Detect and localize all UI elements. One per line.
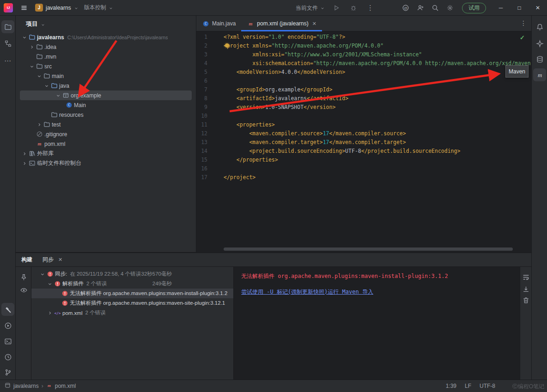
code-line[interactable]: 7 <groupId>org.example</groupId> (196, 86, 531, 95)
maven-tool-window-label[interactable]: Maven (505, 65, 529, 78)
maximize-button[interactable]: □ (510, 0, 529, 16)
project-tree-item[interactable]: CMain (16, 100, 196, 110)
search-everywhere-icon[interactable] (430, 2, 441, 13)
chevron-down-icon[interactable] (55, 92, 61, 99)
build-tree-item[interactable]: 解析插件2 个错误249毫秒 (31, 279, 233, 289)
maven-reimport-link[interactable]: 尝试使用 -U 标记(强制更新快照)运行 Maven 导入 (241, 288, 373, 296)
build-tool-icon[interactable] (1, 303, 14, 316)
pin-icon[interactable] (17, 271, 30, 283)
clear-all-trash-icon[interactable] (520, 294, 532, 307)
run-configuration-widget[interactable]: 当前文件 (296, 4, 325, 12)
code-line[interactable]: 10 (196, 113, 531, 121)
project-tree-item[interactable]: .gitignore (16, 129, 196, 139)
build-tree-item[interactable]: 无法解析插件 org.apache.maven.plugins:maven-si… (31, 298, 233, 308)
run-tool-icon[interactable] (1, 319, 14, 332)
project-tree-item[interactable]: test (16, 120, 196, 129)
code-line[interactable]: 4 xsi:schemaLocation="http://maven.apach… (196, 60, 531, 69)
chevron-down-icon[interactable] (21, 34, 28, 41)
chevron-right-icon[interactable] (21, 160, 28, 167)
chevron-right-icon[interactable] (29, 44, 35, 50)
vcs-widget[interactable]: 版本控制 (84, 4, 113, 12)
debug-button[interactable] (348, 2, 359, 13)
tab-close-icon[interactable]: ✕ (311, 21, 316, 27)
database-tool-icon[interactable] (533, 53, 546, 66)
project-tool-icon[interactable] (1, 20, 14, 33)
main-menu-button[interactable] (18, 2, 30, 13)
minimize-button[interactable]: ─ (492, 0, 510, 16)
code-line[interactable]: 17</project> (196, 174, 531, 183)
breadcrumb-project[interactable]: javalearns (13, 383, 39, 389)
project-tree-item[interactable]: resources (16, 110, 196, 120)
chevron-right-icon[interactable] (21, 151, 28, 157)
line-separator[interactable]: LF (465, 383, 471, 389)
project-widget[interactable]: J javalearns (35, 4, 79, 12)
chevron-down-icon[interactable] (36, 73, 43, 79)
build-tree-item[interactable]: 同步:在 2025/11/19 22:58, 4 个错误32秒570毫秒 (31, 269, 233, 279)
build-tree-item[interactable]: 无法解析插件 org.apache.maven.plugins:maven-in… (31, 289, 233, 298)
code-line[interactable]: 9 <version>1.0-SNAPSHOT</version> (196, 104, 531, 113)
chevron-down-icon[interactable] (29, 63, 35, 70)
chevron-right-icon[interactable] (36, 121, 43, 128)
chevron-down-icon[interactable] (39, 271, 46, 277)
trial-button[interactable]: 试用 (462, 3, 486, 13)
line-number: 6 (196, 78, 212, 86)
more-actions-button[interactable]: ⋮ (365, 2, 376, 13)
tab-close-icon[interactable]: ✕ (57, 257, 62, 263)
project-tree-item[interactable]: javalearnsC:\Users\Administrator\IdeaPro… (16, 32, 196, 42)
code-with-me-icon[interactable] (415, 2, 426, 13)
project-tree-item[interactable]: java (16, 81, 196, 90)
project-tree-item[interactable]: mpom.xml (16, 139, 196, 149)
chevron-down-icon[interactable] (43, 83, 50, 89)
code-line[interactable]: 1<?xml version="1.0" encoding="UTF-8"?> (196, 34, 531, 42)
project-tree-item[interactable]: org.example (20, 90, 192, 100)
chevron-down-icon[interactable] (41, 22, 45, 26)
tab-main-java[interactable]: C Main.java (196, 16, 241, 31)
code-line[interactable]: 5 <modelVersion>4.0.0</modelVersion> (196, 69, 531, 78)
code-line[interactable]: 3 xmlns:xsi="http://www.w3.org/2001/XMLS… (196, 51, 531, 60)
project-tree-item[interactable]: main (16, 71, 196, 81)
intention-bulb-icon[interactable] (225, 43, 229, 48)
project-tree-item[interactable]: src (16, 61, 196, 71)
code-line[interactable]: 15 </properties> (196, 157, 531, 165)
ai-assistant-icon[interactable]: @ (400, 2, 411, 13)
run-button[interactable] (331, 2, 342, 13)
structure-tool-icon[interactable] (1, 37, 14, 50)
filter-eye-icon[interactable] (17, 283, 30, 296)
soft-wrap-icon[interactable] (520, 271, 532, 283)
project-tree-item[interactable]: .idea (16, 42, 196, 52)
code-line[interactable]: 14 <project.build.sourceEncoding>UTF-8</… (196, 148, 531, 157)
project-tree-item[interactable]: 临时文件和控制台 (16, 158, 196, 168)
maven-tool-icon[interactable]: m (533, 68, 546, 81)
tab-options-icon[interactable]: ⋮ (520, 19, 527, 27)
tree-item-label: 外部库 (36, 150, 54, 157)
more-tools-icon[interactable]: ⋯ (1, 54, 14, 67)
code-area[interactable]: 1<?xml version="1.0" encoding="UTF-8"?>2… (196, 31, 531, 253)
file-encoding[interactable]: UTF-8 (480, 383, 495, 389)
profiler-tool-icon[interactable] (1, 350, 14, 363)
chevron-down-icon[interactable] (47, 281, 53, 287)
terminal-tool-icon[interactable] (1, 335, 14, 348)
code-line[interactable]: 12 <maven.compiler.source>17</maven.comp… (196, 130, 531, 139)
horizontal-scrollbar[interactable] (224, 247, 513, 251)
code-line[interactable]: 6 (196, 78, 531, 86)
settings-gear-icon[interactable] (444, 2, 456, 13)
code-line[interactable]: 8 <artifactId>javalearns</artifactId> (196, 95, 531, 104)
code-line[interactable]: 2<project xmlns="http://maven.apache.org… (196, 42, 531, 51)
code-line[interactable]: 16 (196, 165, 531, 174)
version-control-tool-icon[interactable] (1, 366, 14, 379)
notifications-bell-icon[interactable] (533, 20, 546, 33)
inspections-ok-icon[interactable]: ✓ (520, 34, 525, 41)
tab-pom-xml[interactable]: m pom.xml (javalearns) ✕ (241, 16, 322, 31)
caret-position[interactable]: 1:39 (446, 383, 456, 389)
project-tree-item[interactable]: 外部库 (16, 149, 196, 158)
tab-sync[interactable]: 同步 ✕ (43, 256, 62, 264)
ai-tool-icon[interactable] (533, 37, 546, 50)
close-button[interactable]: ✕ (529, 0, 547, 16)
breadcrumb-file[interactable]: pom.xml (55, 383, 76, 389)
code-line[interactable]: 13 <maven.compiler.target>17</maven.comp… (196, 139, 531, 148)
code-line[interactable]: 11 <properties> (196, 121, 531, 130)
project-tree-item[interactable]: .mvn (16, 52, 196, 61)
chevron-right-icon[interactable] (47, 310, 53, 316)
ignored-icon (35, 131, 43, 138)
build-tree-item[interactable]: </>pom.xml2 个错误 (31, 308, 233, 318)
